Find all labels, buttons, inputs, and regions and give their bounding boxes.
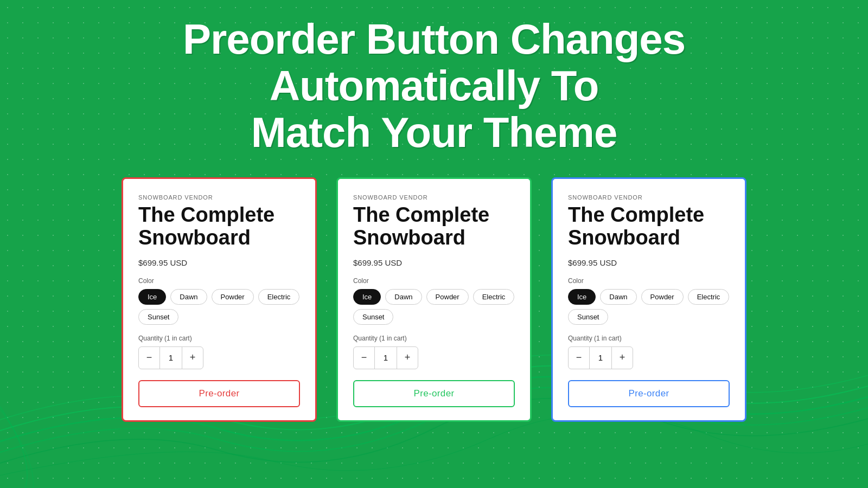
- color-chip-dawn[interactable]: Dawn: [385, 289, 422, 305]
- quantity-label: Quantity (1 in cart): [568, 335, 730, 342]
- preorder-button-green[interactable]: Pre-order: [353, 380, 515, 407]
- page-title: Preorder Button Changes Automatically To…: [183, 16, 685, 156]
- color-chip-electric[interactable]: Electric: [258, 289, 300, 305]
- color-chip-dawn[interactable]: Dawn: [170, 289, 207, 305]
- cards-row: SNOWBOARD VENDOR The Complete Snowboard …: [122, 177, 746, 422]
- color-chip-ice[interactable]: Ice: [138, 289, 166, 305]
- quantity-decrease[interactable]: −: [354, 347, 374, 369]
- color-chip-powder[interactable]: Powder: [641, 289, 684, 305]
- product-card-blue: SNOWBOARD VENDOR The Complete Snowboard …: [551, 177, 746, 422]
- quantity-increase[interactable]: +: [612, 347, 633, 369]
- color-label: Color: [138, 277, 300, 285]
- product-price: $699.95 USD: [138, 258, 300, 267]
- preorder-button-blue[interactable]: Pre-order: [568, 380, 730, 407]
- quantity-increase[interactable]: +: [397, 347, 418, 369]
- color-chip-powder[interactable]: Powder: [212, 289, 254, 305]
- product-price: $699.95 USD: [353, 258, 515, 267]
- color-chip-ice[interactable]: Ice: [353, 289, 381, 305]
- preorder-button-red[interactable]: Pre-order: [138, 380, 300, 407]
- color-label: Color: [353, 277, 515, 285]
- quantity-decrease[interactable]: −: [139, 347, 159, 369]
- product-card-green: SNOWBOARD VENDOR The Complete Snowboard …: [336, 177, 532, 422]
- color-options: Ice Dawn Powder Electric Sunset: [138, 289, 300, 325]
- product-title: The Complete Snowboard: [353, 204, 515, 249]
- product-title: The Complete Snowboard: [138, 204, 300, 249]
- color-chip-electric[interactable]: Electric: [688, 289, 730, 305]
- vendor-label: SNOWBOARD VENDOR: [138, 194, 300, 201]
- color-chip-ice[interactable]: Ice: [568, 289, 596, 305]
- color-chip-sunset[interactable]: Sunset: [138, 309, 178, 325]
- product-price: $699.95 USD: [568, 258, 730, 267]
- quantity-label: Quantity (1 in cart): [353, 335, 515, 342]
- quantity-label: Quantity (1 in cart): [138, 335, 300, 342]
- quantity-control: − 1 +: [568, 346, 633, 369]
- quantity-control: − 1 +: [138, 346, 203, 369]
- product-title: The Complete Snowboard: [568, 204, 730, 249]
- quantity-value: 1: [589, 347, 612, 369]
- color-chip-dawn[interactable]: Dawn: [600, 289, 636, 305]
- quantity-decrease[interactable]: −: [569, 347, 589, 369]
- color-options: Ice Dawn Powder Electric Sunset: [353, 289, 515, 325]
- color-chip-electric[interactable]: Electric: [473, 289, 515, 305]
- product-card-red: SNOWBOARD VENDOR The Complete Snowboard …: [122, 177, 317, 422]
- color-chip-powder[interactable]: Powder: [426, 289, 469, 305]
- page-content: Preorder Button Changes Automatically To…: [0, 0, 868, 422]
- quantity-value: 1: [374, 347, 397, 369]
- color-chip-sunset[interactable]: Sunset: [568, 309, 608, 325]
- color-chip-sunset[interactable]: Sunset: [353, 309, 393, 325]
- vendor-label: SNOWBOARD VENDOR: [568, 194, 730, 201]
- quantity-value: 1: [159, 347, 182, 369]
- color-label: Color: [568, 277, 730, 285]
- color-options: Ice Dawn Powder Electric Sunset: [568, 289, 730, 325]
- quantity-increase[interactable]: +: [182, 347, 203, 369]
- quantity-control: − 1 +: [353, 346, 418, 369]
- vendor-label: SNOWBOARD VENDOR: [353, 194, 515, 201]
